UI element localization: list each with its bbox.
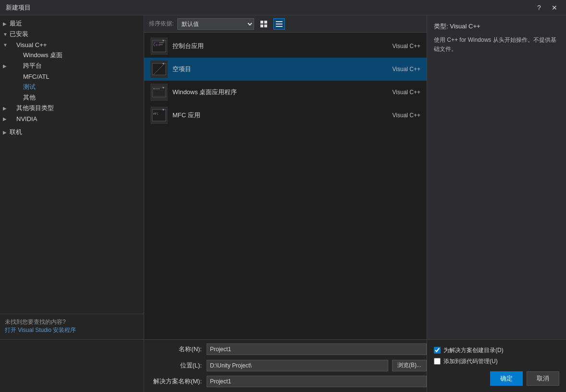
arrow-icon: ▶ (3, 63, 10, 69)
bottom-row: 名称(N): 位置(L): 浏览(B)... 解决方案名称(M): 为解决方案创… (0, 339, 566, 392)
svg-rect-5 (276, 24, 283, 24)
checkbox-add-source-control[interactable]: 添加到源代码管理(U) (434, 357, 559, 366)
empty-project-icon: ✦ (150, 61, 168, 78)
project-lang: Visual C++ (372, 43, 420, 49)
svg-text:✦: ✦ (162, 39, 165, 42)
sidebar-item-other[interactable]: ▶ 其他 (0, 92, 144, 103)
mfc-project-info: MFC 应用 (172, 111, 372, 120)
svg-rect-11 (159, 44, 163, 45)
sidebar-item-nvidia[interactable]: ▶ NVIDIA (0, 113, 144, 124)
form-row-name: 名称(N): (144, 342, 427, 357)
sidebar-item-online[interactable]: ▶ 联机 (0, 127, 144, 137)
arrow-icon: ▶ (3, 116, 10, 122)
bottom-left (0, 340, 144, 392)
name-label: 名称(N): (144, 345, 207, 354)
form-row-location: 位置(L): 浏览(B)... (144, 358, 427, 373)
dialog-body: ▶ 最近 ▼ 已安装 ▼ Visual C++ ▶ Windows 桌面 ▶ 跨… (0, 15, 566, 339)
not-found-text: 未找到您要查找的内容? (5, 318, 139, 326)
sidebar-item-label: NVIDIA (16, 115, 141, 122)
svg-rect-2 (260, 24, 263, 27)
project-item-console[interactable]: C++ ✦ 控制台应用 Visual C++ (144, 35, 427, 58)
arrow-icon: ▶ (3, 21, 10, 26)
arrow-icon: ▶ (3, 106, 10, 111)
close-button[interactable]: ✕ (549, 2, 560, 13)
svg-rect-3 (264, 24, 267, 27)
svg-rect-0 (260, 21, 263, 24)
sidebar-item-other-types[interactable]: ▶ 其他项目类型 (0, 103, 144, 113)
project-lang: Visual C++ (372, 66, 420, 73)
help-button[interactable]: ? (533, 2, 545, 13)
add-source-control-checkbox[interactable] (434, 358, 441, 365)
create-dir-checkbox[interactable] (434, 347, 441, 354)
sidebar-item-mfc-atl[interactable]: ▶ MFC/ATL (0, 71, 144, 82)
project-item-mfc[interactable]: MFC ✦ MFC 应用 Visual C++ (144, 104, 427, 127)
sidebar-item-visual-cpp[interactable]: ▼ Visual C++ (0, 39, 144, 50)
project-name: MFC 应用 (172, 111, 372, 120)
center-panel: 排序依据: 默认值 (144, 15, 427, 339)
sidebar-item-cross-platform[interactable]: ▶ 跨平台 (0, 61, 144, 71)
sidebar-item-label: Visual C++ (16, 41, 141, 49)
install-link[interactable]: 打开 Visual Studio 安装程序 (5, 326, 139, 334)
windesktop-project-info: Windows 桌面应用程序 (172, 88, 372, 97)
svg-rect-4 (276, 21, 283, 22)
location-label: 位置(L): (144, 361, 207, 370)
dialog-title: 新建项目 (6, 3, 31, 12)
project-lang: Visual C++ (372, 112, 420, 119)
sidebar-item-installed[interactable]: ▼ 已安装 (0, 29, 144, 39)
form-row-solution: 解决方案名称(M): (144, 374, 427, 389)
console-project-info: 控制台应用 (172, 42, 372, 50)
project-item-empty[interactable]: ✦ 空项目 Visual C++ (144, 58, 427, 81)
svg-text:MFC: MFC (153, 112, 159, 115)
bottom-center-form: 名称(N): 位置(L): 浏览(B)... 解决方案名称(M): (144, 340, 427, 392)
svg-rect-1 (264, 21, 267, 24)
sidebar-item-label: 联机 (10, 128, 141, 136)
sidebar-item-windows-desktop[interactable]: ▶ Windows 桌面 (0, 50, 144, 61)
sidebar-item-label: 测试 (23, 83, 141, 91)
sidebar-item-label: 其他项目类型 (16, 104, 141, 112)
description-text: 使用 C++ for Windows 从头开始操作。不提供基础文件。 (434, 36, 559, 54)
confirm-button[interactable]: 确定 (490, 371, 523, 386)
project-item-windesktop[interactable]: ✦ Windows 桌面应用程序 Visual C++ (144, 81, 427, 104)
svg-text:✦: ✦ (162, 62, 165, 65)
browse-button[interactable]: 浏览(B)... (392, 360, 427, 371)
sidebar-item-label: 已安装 (10, 30, 141, 38)
console-project-icon: C++ ✦ (150, 37, 168, 55)
empty-project-info: 空项目 (172, 65, 372, 74)
bottom-right: 为解决方案创建目录(D) 添加到源代码管理(U) 确定 取消 (427, 340, 566, 392)
name-input[interactable] (207, 343, 427, 355)
checkbox-create-dir[interactable]: 为解决方案创建目录(D) (434, 346, 559, 355)
svg-rect-20 (153, 90, 165, 96)
sidebar-item-label: 跨平台 (23, 61, 141, 70)
project-list: C++ ✦ 控制台应用 Visual C++ (144, 33, 427, 339)
right-panel: 类型: Visual C++ 使用 C++ for Windows 从头开始操作… (427, 15, 566, 339)
title-bar: 新建项目 ? ✕ (0, 0, 566, 15)
sort-dropdown[interactable]: 默认值 (177, 18, 254, 30)
svg-rect-6 (276, 26, 283, 27)
sort-label: 排序依据: (149, 20, 173, 28)
svg-rect-18 (153, 88, 155, 89)
project-name: 空项目 (172, 65, 372, 74)
project-name: Windows 桌面应用程序 (172, 88, 372, 97)
windesktop-project-icon: ✦ (150, 84, 168, 101)
sidebar-item-test[interactable]: ▶ 测试 (0, 82, 144, 92)
left-bottom: 未找到您要查找的内容? 打开 Visual Studio 安装程序 (0, 314, 144, 336)
sidebar-item-recent[interactable]: ▶ 最近 (0, 18, 144, 29)
svg-text:✦: ✦ (162, 108, 165, 111)
create-dir-label: 为解决方案创建目录(D) (443, 346, 504, 355)
grid-view-button[interactable] (258, 18, 270, 30)
project-name: 控制台应用 (172, 42, 372, 50)
cancel-button[interactable]: 取消 (527, 371, 559, 386)
sidebar-item-label: 最近 (10, 19, 141, 28)
add-source-control-label: 添加到源代码管理(U) (443, 357, 498, 366)
list-view-button[interactable] (273, 18, 285, 30)
svg-rect-19 (155, 88, 160, 89)
arrow-icon: ▼ (3, 32, 10, 37)
svg-rect-10 (159, 42, 164, 43)
title-bar-actions: ? ✕ (533, 2, 560, 13)
center-toolbar: 排序依据: 默认值 (144, 15, 427, 33)
location-input[interactable] (207, 360, 388, 371)
arrow-icon: ▼ (3, 42, 10, 48)
solution-label: 解决方案名称(M): (144, 377, 207, 386)
left-panel: ▶ 最近 ▼ 已安装 ▼ Visual C++ ▶ Windows 桌面 ▶ 跨… (0, 15, 144, 339)
solution-input[interactable] (207, 376, 427, 387)
